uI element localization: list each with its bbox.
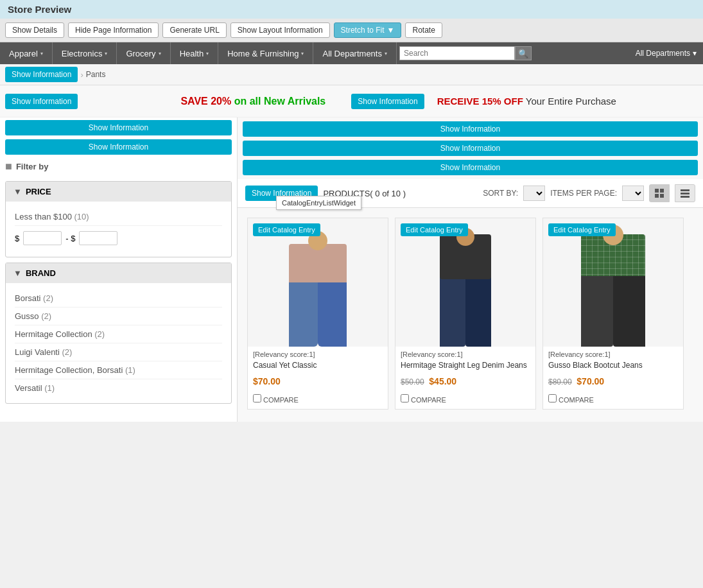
show-info-banner-right-button[interactable]: Show Information	[351, 94, 424, 109]
show-info-product-2-button[interactable]: Show Information	[243, 141, 698, 156]
stretch-to-fit-button[interactable]: Stretch to Fit ▼	[334, 22, 402, 38]
product-score-2: [Relevancy score:1]	[395, 347, 535, 359]
product-image-3	[543, 218, 683, 347]
brand-filter-section: ▼ BRAND Borsati (2) Gusso (2) Hermitage …	[5, 263, 232, 404]
price-max-input[interactable]	[79, 231, 117, 245]
brand-luigi[interactable]: Luigi Valenti (2)	[15, 343, 222, 361]
breadcrumb-separator: ›	[80, 70, 83, 80]
product-card-3: Edit Catalog Entry	[542, 218, 684, 410]
chevron-down-icon: ▾	[693, 49, 697, 58]
show-details-button[interactable]: Show Details	[5, 22, 64, 38]
toolbar: Show Details Hide Page Information Gener…	[0, 19, 703, 42]
product-image-1	[248, 218, 388, 347]
brand-filter-label: BRAND	[26, 268, 56, 278]
product-card-2: Edit Catalog Entry	[395, 218, 536, 410]
items-per-page-select[interactable]	[622, 186, 644, 201]
chevron-down-icon: ▼	[13, 187, 22, 196]
price-original-3: $80.00	[548, 377, 572, 386]
compare-checkbox-2[interactable]	[401, 394, 409, 402]
sort-by-select[interactable]	[523, 186, 545, 201]
grid-icon	[654, 188, 664, 198]
compare-checkbox-3[interactable]	[548, 394, 557, 402]
store-content: Show Information › Pants Show Informatio…	[0, 64, 703, 422]
nav-electronics[interactable]: Electronics ▾	[53, 42, 117, 64]
product-name-2: Hermitage Straight Leg Denim Jeans	[395, 359, 535, 374]
product-price-3: $80.00 $70.00	[543, 374, 683, 392]
product-score-3: [Relevancy score:1]	[543, 347, 683, 359]
show-info-sidebar-2-button[interactable]: Show Information	[5, 139, 232, 155]
compare-checkbox-1[interactable]	[253, 394, 261, 402]
price-filter-section: ▼ PRICE Less than $100 (10) $ - $	[5, 181, 232, 257]
svg-rect-0	[655, 189, 659, 193]
price-range: $ - $	[15, 226, 222, 250]
product-area-show-btns: Show Information Show Information Show I…	[238, 117, 703, 179]
product-score-1: [Relevancy score:1]	[248, 347, 388, 359]
sort-by-label: SORT BY:	[483, 189, 518, 198]
brand-borsati[interactable]: Borsati (2)	[15, 290, 222, 307]
nav-grocery[interactable]: Grocery ▾	[117, 42, 170, 64]
product-name-3: Gusso Black Bootcut Jeans	[543, 359, 683, 374]
sidebar: Show Information Show Information ■ Filt…	[0, 117, 238, 422]
app-title: Store Preview	[8, 4, 71, 15]
filter-by-header: ■ Filter by	[0, 157, 237, 176]
svg-rect-6	[681, 196, 690, 198]
hide-page-info-button[interactable]: Hide Page Information	[68, 22, 159, 38]
edit-catalog-3-button[interactable]: Edit Catalog Entry	[548, 223, 616, 236]
brand-hermitage-borsati[interactable]: Hermitage Collection, Borsati (1)	[15, 361, 222, 379]
grid-view-button[interactable]	[649, 184, 670, 202]
list-icon	[680, 188, 690, 198]
price-filter-item[interactable]: Less than $100 (10)	[15, 208, 222, 226]
product-grid: Edit Catalog Entry	[238, 208, 703, 419]
nav-home-furnishing[interactable]: Home & Furnishing ▾	[218, 42, 313, 64]
brand-filter-header[interactable]: ▼ BRAND	[6, 263, 231, 283]
brand-gusso[interactable]: Gusso (2)	[15, 307, 222, 325]
svg-rect-2	[655, 194, 659, 198]
brand-hermitage[interactable]: Hermitage Collection (2)	[15, 325, 222, 343]
show-info-product-1-button[interactable]: Show Information	[243, 121, 698, 137]
search-input[interactable]	[399, 46, 515, 60]
edit-catalog-1-button[interactable]: Edit Catalog Entry	[253, 223, 320, 236]
price-filter-label: PRICE	[26, 187, 51, 196]
nav-all-departments[interactable]: All Departments ▾	[313, 42, 396, 64]
show-info-product-3-button[interactable]: Show Information	[243, 160, 698, 175]
product-price-1: $70.00	[248, 374, 388, 392]
search-container: 🔍	[397, 42, 629, 64]
price-filter-header[interactable]: ▼ PRICE	[6, 182, 231, 202]
show-layout-info-button[interactable]: Show Layout Information	[230, 22, 330, 38]
price-min-input[interactable]	[23, 231, 62, 245]
banner-area: Show Information SAVE 20% on all New Arr…	[0, 85, 703, 117]
show-info-sidebar-1-button[interactable]: Show Information	[5, 120, 232, 135]
rotate-button[interactable]: Rotate	[405, 22, 442, 38]
nav-all-departments-select[interactable]: All Departments ▾	[629, 42, 703, 64]
nav-bar: Apparel ▾ Electronics ▾ Grocery ▾ Health…	[0, 42, 703, 64]
svg-rect-1	[660, 189, 664, 193]
chevron-down-icon: ▾	[385, 51, 387, 56]
price-filter-body: Less than $100 (10) $ - $	[6, 202, 231, 257]
search-icon[interactable]: 🔍	[515, 46, 532, 60]
svg-rect-3	[660, 194, 664, 198]
brand-versatil[interactable]: Versatil (1)	[15, 379, 222, 397]
filter-icon: ■	[5, 160, 12, 173]
banner-save-text: SAVE 20% on all New Arrivals	[180, 96, 325, 107]
show-info-breadcrumb-button[interactable]: Show Information	[5, 67, 78, 82]
product-card-1: Edit Catalog Entry	[247, 218, 388, 410]
product-area: Show Information Show Information Show I…	[238, 117, 703, 422]
list-view-button[interactable]	[675, 184, 695, 202]
generate-url-button[interactable]: Generate URL	[162, 22, 226, 38]
chevron-down-icon: ▾	[206, 51, 209, 56]
chevron-down-icon: ▼	[387, 26, 395, 35]
banner-receive-text: RECEIVE 15% OFF Your Entire Purchase	[437, 96, 616, 107]
chevron-down-icon: ▾	[40, 51, 43, 56]
nav-apparel[interactable]: Apparel ▾	[0, 42, 53, 64]
nav-health[interactable]: Health ▾	[171, 42, 219, 64]
show-info-banner-left-button[interactable]: Show Information	[5, 94, 78, 109]
svg-rect-5	[681, 193, 690, 195]
edit-catalog-2-button[interactable]: Edit Catalog Entry	[401, 223, 468, 236]
compare-1: COMPARE	[248, 392, 388, 409]
filter-by-label: Filter by	[16, 162, 49, 171]
compare-2: COMPARE	[395, 392, 535, 409]
svg-rect-4	[681, 189, 690, 191]
product-price-2: $50.00 $45.00	[395, 374, 535, 392]
price-original-2: $50.00	[401, 377, 424, 386]
chevron-down-icon: ▾	[301, 51, 304, 56]
